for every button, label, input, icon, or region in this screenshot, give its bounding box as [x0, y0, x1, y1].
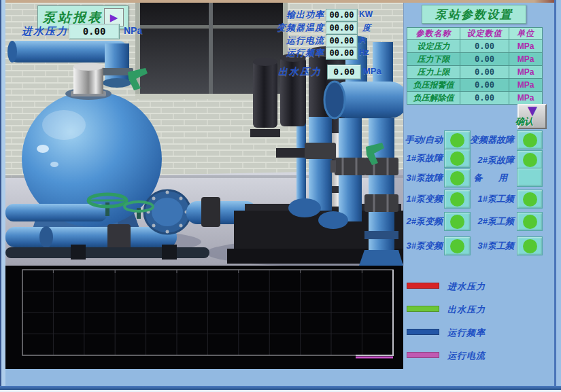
table-row: 负压解除值 0.00 MPa — [407, 92, 543, 105]
window-border-right-edge — [556, 0, 561, 392]
col-header-name: 参数名称 — [407, 28, 460, 40]
parameter-table: 参数名称 设定数值 单位 设定压力 0.00 MPa 压力下限 0.00 MPa… — [407, 27, 543, 105]
output-power-label: 输出功率 — [209, 9, 324, 21]
status-label-pump3-fault: 3#泵故障 — [407, 172, 443, 184]
settings-panel-title: 泵站参数设置 — [422, 5, 526, 24]
lamp-circle — [523, 192, 537, 207]
lamp-circle — [523, 215, 537, 229]
legend-swatch-inlet-pressure — [407, 283, 439, 289]
legend-swatch-running-frequency — [407, 329, 439, 335]
trend-chart-grid — [5, 266, 403, 369]
table-row: 设定压力 0.00 MPa — [407, 40, 543, 53]
param-name: 设定压力 — [407, 40, 460, 53]
pump1-vfd-lamp — [444, 190, 471, 209]
lamp-circle — [523, 133, 537, 147]
pump-station-3d-view: 泵站报表 ▶ 进水压力 0.00 NPa 输出功率 00.00 KW 变频器温度… — [5, 3, 404, 266]
outlet-pressure-unit: MPa — [363, 66, 381, 76]
manifold-header-pipe — [324, 82, 403, 118]
lamp-circle — [523, 153, 537, 167]
confirm-button-label: 确认 — [515, 115, 533, 128]
pump3-fault-lamp — [444, 168, 471, 188]
legend-swatch-running-current — [407, 352, 439, 358]
param-name: 负压解除值 — [407, 92, 460, 105]
status-label-pump3-mains: 3#泵工频 — [478, 240, 514, 252]
param-unit: MPa — [509, 40, 543, 53]
lamp-circle — [450, 152, 464, 166]
lamp-circle — [523, 239, 537, 253]
param-value-input[interactable]: 0.00 — [460, 40, 509, 53]
pump1-fault-lamp — [444, 149, 471, 168]
status-label-spare: 备 用 — [473, 172, 514, 184]
pump2-mains-lamp — [517, 212, 543, 231]
output-power-value: 00.00 — [326, 9, 358, 22]
table-row: 压力下限 0.00 MPa — [407, 53, 543, 66]
pump1-mains-lamp — [517, 190, 543, 209]
running-frequency-unit: Hz — [359, 48, 369, 57]
legend-swatch-outlet-pressure — [407, 306, 439, 312]
running-current-label: 运行电流 — [209, 35, 324, 47]
inlet-pressure-value: 0.00 — [69, 24, 120, 39]
col-header-unit: 单位 — [509, 28, 543, 40]
window-border-top — [1, 0, 556, 3]
status-label-pump1-vfd: 1#泵变频 — [407, 193, 443, 205]
param-value-input[interactable]: 0.00 — [460, 79, 509, 92]
pump3-vfd-lamp — [444, 236, 471, 255]
lamp-circle — [450, 239, 464, 253]
status-label-pump2-fault: 2#泵故障 — [478, 154, 514, 166]
pump2-fault-lamp — [517, 150, 543, 169]
status-label-pump2-vfd: 2#泵变频 — [407, 215, 443, 228]
trend-chart — [5, 266, 403, 369]
running-current-value: 00.00 — [326, 35, 358, 48]
status-label-pump1-mains: 1#泵工频 — [478, 193, 514, 205]
lamp-circle — [450, 215, 464, 229]
inverter-fault-lamp — [517, 130, 543, 149]
running-frequency-label: 运行频率 — [209, 47, 324, 59]
status-label-pump3-vfd: 3#泵变频 — [407, 240, 443, 252]
param-name: 压力上限 — [407, 66, 460, 79]
legend-label-running-current: 运行电流 — [447, 350, 486, 362]
legend-label-inlet-pressure: 进水压力 — [447, 281, 486, 293]
outlet-pressure-label: 出水压力 — [209, 66, 322, 78]
manual-auto-lamp[interactable] — [444, 130, 471, 149]
param-value-input[interactable]: 0.00 — [460, 92, 509, 105]
param-value-input[interactable]: 0.00 — [460, 53, 509, 66]
status-label-inverter-fault: 变频器故障 — [470, 134, 514, 146]
inlet-pressure-label: 进水压力 — [11, 25, 68, 38]
hmi-screen: 泵站报表 ▶ 进水压力 0.00 NPa 输出功率 00.00 KW 变频器温度… — [0, 0, 561, 392]
lamp-circle — [450, 133, 464, 147]
param-unit: MPa — [509, 53, 543, 66]
running-current-unit: A — [360, 35, 366, 45]
inverter-temp-unit: 度 — [362, 22, 371, 34]
window-border-left-inner — [1, 0, 5, 392]
lamp-circle — [450, 171, 464, 185]
status-label-manual-auto: 手动/自动 — [405, 134, 443, 146]
inverter-temp-label: 变频器温度 — [209, 22, 324, 34]
inlet-pressure-unit: NPa — [124, 25, 142, 36]
running-frequency-value: 00.00 — [326, 47, 358, 60]
table-row: 压力上限 0.00 MPa — [407, 66, 543, 79]
lamp-circle — [450, 192, 464, 207]
pump3-mains-lamp — [517, 236, 543, 255]
table-row: 负压报警值 0.00 MPa — [407, 79, 543, 92]
status-label-pump2-mains: 2#泵工频 — [478, 215, 514, 228]
param-value-input[interactable]: 0.00 — [460, 66, 509, 79]
param-name: 负压报警值 — [407, 79, 460, 92]
col-header-value: 设定数值 — [460, 28, 509, 40]
status-label-pump1-fault: 1#泵故障 — [407, 152, 443, 164]
outlet-pressure-value: 0.00 — [327, 65, 361, 79]
legend-label-running-frequency: 运行频率 — [447, 327, 486, 339]
param-name: 压力下限 — [407, 53, 460, 66]
param-unit: MPa — [509, 79, 543, 92]
param-unit: MPa — [509, 66, 543, 79]
spare-lamp — [517, 168, 543, 187]
legend-label-outlet-pressure: 出水压力 — [447, 304, 486, 316]
confirm-button[interactable]: ▼ 确认 — [517, 104, 547, 129]
output-power-unit: KW — [359, 10, 373, 19]
pump2-vfd-lamp — [444, 212, 471, 231]
inverter-temp-value: 00.00 — [326, 22, 358, 35]
